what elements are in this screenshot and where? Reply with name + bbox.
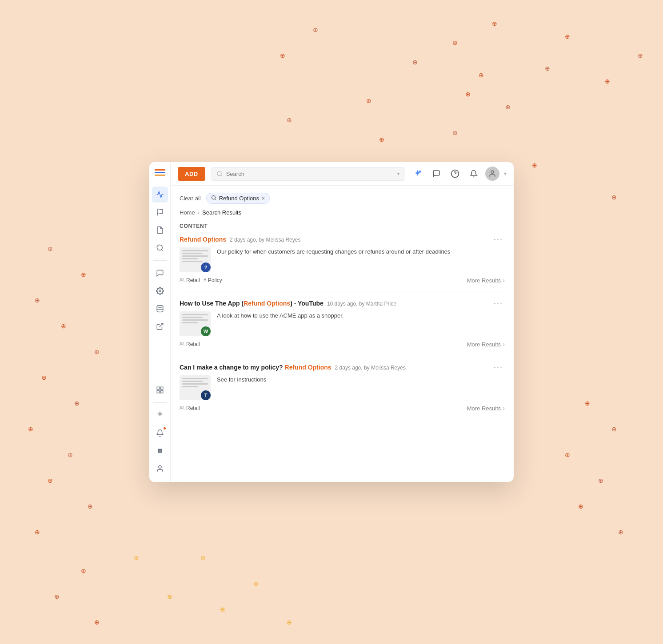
tag-icon-2: [180, 342, 184, 347]
thumb-line: [182, 386, 198, 387]
sidebar-item-export[interactable]: [152, 318, 168, 334]
more-results-btn-3[interactable]: More Results ›: [467, 405, 505, 412]
result-description-3: See for instructions: [217, 375, 505, 384]
decoration-dot: ⊕: [563, 32, 571, 40]
more-results-btn-1[interactable]: More Results ›: [467, 277, 505, 284]
logo-bar-1: [155, 169, 165, 171]
search-input[interactable]: [226, 171, 394, 177]
breadcrumb-current: Search Results: [202, 209, 241, 216]
result-title-text-3: Can I make a change to my policy? Refund…: [180, 364, 332, 371]
sidebar-item-grid[interactable]: [152, 382, 168, 398]
svg-point-12: [160, 449, 161, 450]
result-thumbnail-2: W: [180, 311, 211, 336]
avatar-dropdown[interactable]: ▾: [504, 171, 507, 177]
search-bar[interactable]: ▾: [211, 167, 405, 181]
bell-button[interactable]: [467, 167, 481, 181]
result-footer-1: Retail # Policy More Results ›: [180, 277, 505, 284]
add-button[interactable]: ADD: [178, 167, 205, 181]
thumb-badge-3: T: [201, 390, 211, 400]
decoration-dot: ⊕: [66, 451, 74, 459]
result-title-prefix-2: How to Use The App (: [180, 300, 244, 307]
result-body-1: ? Our policy for when customers are requ…: [180, 247, 505, 272]
result-item-1: Refund Options 2 days ago, by Melissa Re…: [180, 235, 505, 291]
svg-point-27: [180, 278, 182, 280]
decoration-dot: ⊕: [33, 296, 41, 304]
help-button[interactable]: [448, 167, 462, 181]
topbar-actions: ▾: [411, 167, 507, 181]
search-dropdown-icon: ▾: [397, 171, 399, 176]
decoration-dot: ⊕: [531, 161, 539, 169]
decoration-dot: ⊕: [86, 502, 94, 510]
svg-line-21: [220, 175, 222, 176]
decoration-dot: ⊕: [33, 528, 41, 536]
svg-point-17: [159, 452, 160, 453]
svg-point-4: [157, 306, 163, 308]
sidebar-item-settings[interactable]: [152, 283, 168, 299]
sidebar-item-search[interactable]: [152, 240, 168, 256]
decoration-dot: ⊕: [199, 554, 207, 562]
app-window: ADD ▾: [149, 162, 514, 482]
svg-point-10: [158, 449, 159, 450]
more-menu-btn-1[interactable]: ···: [492, 235, 505, 244]
result-meta-1: 2 days ago, by Melissa Reyes: [230, 237, 300, 243]
svg-line-2: [161, 249, 163, 250]
sidebar-item-notifications[interactable]: [152, 425, 168, 441]
svg-point-18: [160, 452, 161, 453]
result-title-main-1: Refund Options: [180, 236, 226, 243]
clear-all-button[interactable]: Clear all: [180, 195, 201, 202]
chat-button[interactable]: [429, 167, 443, 181]
thumb-line: [182, 322, 198, 323]
sidebar-item-dashboard[interactable]: [152, 187, 168, 203]
result-tags-1: Retail # Policy: [180, 277, 222, 283]
svg-point-16: [158, 452, 159, 453]
decoration-dot: ⊕: [378, 135, 386, 143]
sidebar-bottom: [152, 382, 168, 477]
thumb-line: [182, 314, 208, 315]
result-footer-2: Retail More Results ›: [180, 341, 505, 348]
decoration-dot: ⊕: [312, 26, 320, 34]
filter-tag-refund-options[interactable]: Refund Options ×: [206, 193, 270, 204]
sidebar-item-user[interactable]: [152, 461, 168, 477]
thumb-badge-2: W: [201, 326, 211, 336]
result-title-3: Can I make a change to my policy? Refund…: [180, 364, 406, 371]
svg-point-19: [159, 465, 161, 468]
result-tags-2: Retail: [180, 341, 200, 347]
decoration-dot: ⊕: [132, 554, 140, 562]
user-avatar[interactable]: [485, 167, 499, 181]
decoration-dot: ⊕: [285, 618, 293, 626]
sidebar-item-ai[interactable]: [152, 407, 168, 423]
result-body-2: W A look at how to use the ACME app as a…: [180, 311, 505, 336]
decoration-dot: ⊕: [636, 52, 644, 60]
svg-rect-7: [160, 387, 163, 389]
sidebar-divider-2: [153, 339, 167, 339]
thumb-line: [182, 317, 203, 318]
more-menu-btn-2[interactable]: ···: [492, 298, 505, 308]
thumb-badge-1: ?: [201, 262, 211, 272]
tag-icon-3: [180, 405, 184, 411]
result-body-3: T See for instructions: [180, 375, 505, 400]
content-area: Clear all Refund Options × Home › Search…: [171, 186, 514, 482]
filter-tag-close[interactable]: ×: [262, 195, 265, 202]
thumb-line: [182, 258, 198, 259]
breadcrumb-separator: ›: [198, 209, 200, 216]
thumb-line: [182, 250, 208, 251]
breadcrumb-home[interactable]: Home: [180, 209, 195, 216]
more-results-btn-2[interactable]: More Results ›: [467, 341, 505, 348]
sparkle-button[interactable]: [411, 167, 425, 181]
more-results-label-1: More Results: [467, 277, 501, 284]
sidebar-item-chat[interactable]: [152, 265, 168, 281]
sidebar-item-document[interactable]: [152, 222, 168, 238]
result-description-1: Our policy for when customers are reques…: [217, 247, 505, 256]
sidebar-item-apps[interactable]: [152, 443, 168, 459]
result-tag-retail-3: Retail: [180, 405, 200, 411]
sidebar-item-flag[interactable]: [152, 204, 168, 220]
logo-bar-3: [155, 175, 165, 176]
decoration-dot: ⊕: [46, 245, 54, 253]
result-title-highlight-2: Refund Options: [244, 300, 290, 307]
sidebar-item-database[interactable]: [152, 301, 168, 317]
tag-icon: [180, 278, 184, 283]
decoration-dot: ⊕: [464, 90, 472, 98]
more-menu-btn-3[interactable]: ···: [492, 362, 505, 372]
decoration-dot: ⊕: [610, 193, 618, 201]
result-header-2: How to Use The App (Refund Options) - Yo…: [180, 298, 505, 308]
